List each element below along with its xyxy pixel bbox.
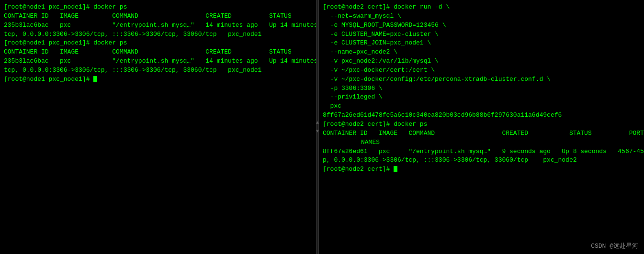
right-line-2: --net=swarm_mysql \: [323, 12, 640, 21]
left-line-7: 235b3lac6bac pxc "/entrypoint.sh mysq…" …: [4, 57, 312, 66]
watermark: CSDN @远赴星河: [591, 242, 638, 250]
left-line-9: [root@node1 pxc_node1]#: [4, 75, 312, 84]
cursor-left: [93, 76, 97, 82]
right-line-9: -v ~/pxc-docker/config:/etc/percona-xtra…: [323, 75, 640, 84]
left-line-1: [root@node1 pxc_node1]# docker ps: [4, 3, 312, 12]
right-line-8: -v ~/pxc-docker/cert:/cert \: [323, 66, 640, 75]
right-line-3: -e MYSQL_ROOT_PASSWORD=123456 \: [323, 21, 640, 30]
left-line-2: CONTAINER ID IMAGE COMMAND CREATED STATU…: [4, 12, 312, 21]
right-line-11: --privileged \: [323, 93, 640, 102]
left-line-6: CONTAINER ID IMAGE COMMAND CREATED STATU…: [4, 48, 312, 57]
left-line-5: [root@node1 pxc_node1]# docker ps: [4, 39, 312, 48]
left-line-4: tcp, 0.0.0.0:3306->3306/tcp, :::3306->33…: [4, 30, 312, 39]
right-terminal-pane: [root@node2 cert]# docker run -d \ --net…: [319, 0, 644, 254]
right-line-19: [root@node2 cert]#: [323, 165, 640, 174]
right-line-15: CONTAINER ID IMAGE COMMAND CREATED STATU…: [323, 129, 640, 138]
right-line-14: [root@node2 cert]# docker ps: [323, 120, 640, 129]
left-line-8: tcp, 0.0.0.0:3306->3306/tcp, :::3306->33…: [4, 66, 312, 75]
left-terminal-pane: [root@node1 pxc_node1]# docker ps CONTAI…: [0, 0, 316, 254]
right-line-7: -v pxc_node2:/var/lib/mysql \: [323, 57, 640, 66]
right-line-5: -e CLUSTER_JOIN=pxc_node1 \: [323, 39, 640, 48]
right-line-10: -p 3306:3306 \: [323, 84, 640, 93]
right-line-17: 8ff67a26ed61 pxc "/entrypoint.sh mysq…" …: [323, 147, 640, 156]
left-line-3: 235b3lac6bac pxc "/entrypoint.sh mysq…" …: [4, 21, 312, 30]
right-line-1: [root@node2 cert]# docker run -d \: [323, 3, 640, 12]
right-line-12: pxc: [323, 102, 640, 111]
cursor-right: [394, 166, 397, 172]
right-line-6: --name=pxc_node2 \: [323, 48, 640, 57]
right-line-4: -e CLUSTER_NAME=pxc-cluster \: [323, 30, 640, 39]
right-line-18: p, 0.0.0.0:3306->3306/tcp, :::3306->3306…: [323, 156, 640, 165]
right-line-16: NAMES: [323, 138, 640, 147]
right-line-13: 8ff67a26ed61d478fe5a6c10c340ea820b03cd96…: [323, 111, 640, 120]
